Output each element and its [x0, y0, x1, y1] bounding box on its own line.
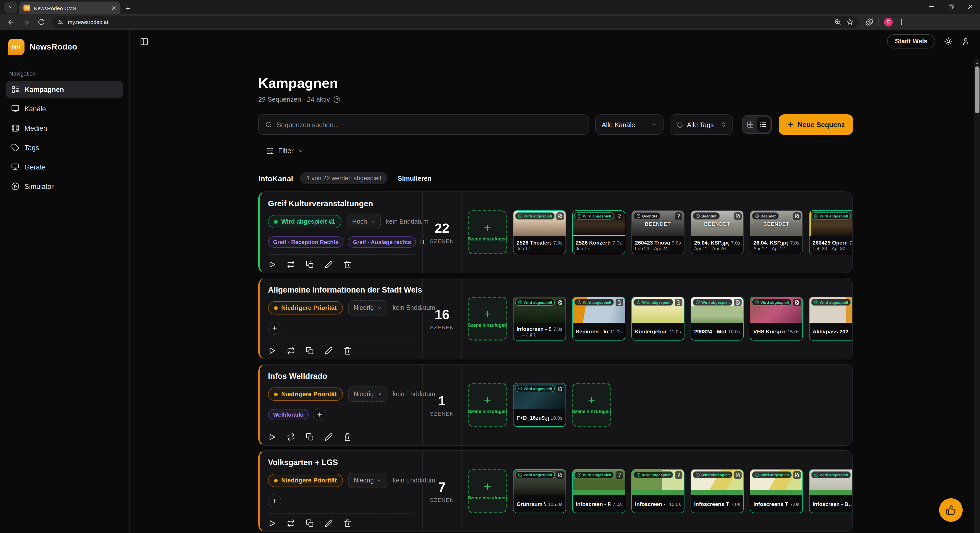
scene-thumbnail[interactable]: Wird abgespieltInfoscreen - B…: [809, 469, 853, 513]
channel-filter-select[interactable]: Alle Kanäle: [595, 115, 663, 135]
scene-thumbnail[interactable]: Wird abgespieltF+D_16zu9.jpg10.0s: [513, 383, 566, 427]
sidebar-item-kampagnen[interactable]: Kampagnen: [6, 81, 123, 98]
simulate-button[interactable]: Simulieren: [398, 174, 431, 182]
duplicate-button[interactable]: [306, 433, 314, 441]
loop-button[interactable]: [287, 519, 295, 527]
minimize-button[interactable]: [922, 0, 941, 13]
search-box[interactable]: [258, 115, 589, 135]
scene-thumbnail[interactable]: Wird abgespieltVHS Kursprogr…15.0s: [750, 297, 803, 340]
play-scene-button[interactable]: [268, 519, 276, 527]
priority-select[interactable]: Hoch: [347, 214, 381, 229]
maximize-button[interactable]: [941, 0, 961, 13]
file-image-icon: [556, 212, 564, 220]
new-sequence-button[interactable]: Neue Sequenz: [779, 115, 853, 135]
add-tag-button[interactable]: [313, 408, 326, 421]
brand[interactable]: NR NewsRodeo: [6, 37, 123, 57]
back-button[interactable]: [4, 16, 18, 28]
campaign-tag[interactable]: Greif - Auslage rechts: [348, 236, 416, 248]
list-view-button[interactable]: [757, 118, 770, 132]
scene-thumbnail[interactable]: Wird abgespieltKindergeburtst…11.0s: [632, 297, 684, 340]
add-tag-button[interactable]: [268, 494, 281, 508]
edit-button[interactable]: [325, 260, 333, 269]
zoom-icon[interactable]: [834, 18, 841, 25]
bookmark-star-icon[interactable]: [846, 18, 853, 25]
help-circle-icon[interactable]: [333, 96, 340, 103]
feedback-fab[interactable]: [939, 498, 963, 522]
scene-thumbnail[interactable]: Wird abgespieltInfoscreens Trep…7.0s: [750, 469, 803, 513]
grid-view-button[interactable]: [744, 118, 757, 132]
scene-thumbnail[interactable]: Wird abgespieltInfoscreen - Sich…7.0s… –…: [513, 297, 566, 340]
scene-status-badge: Wird abgespielt: [515, 212, 555, 220]
scrollbar-up-arrow[interactable]: ▲: [974, 59, 980, 66]
theme-sun-icon[interactable]: [944, 37, 953, 45]
sidebar-toggle-button[interactable]: [140, 37, 148, 46]
clock-icon: [814, 473, 818, 477]
play-scene-button[interactable]: [268, 433, 276, 441]
add-scene-button[interactable]: Szene hinzufügen: [572, 383, 611, 427]
scrollbar-thumb[interactable]: [975, 66, 980, 113]
scene-thumbnail[interactable]: Wird abgespielt290824 - Motor…10.0s: [690, 297, 744, 340]
search-input[interactable]: [277, 121, 582, 129]
new-tab-button[interactable]: [124, 5, 131, 12]
delete-button[interactable]: [344, 347, 352, 355]
priority-select[interactable]: Niedrig: [348, 300, 387, 315]
scene-thumbnail[interactable]: Wird abgespieltSenioren - Infos…11.0s: [572, 297, 625, 340]
scene-thumbnail[interactable]: Wird abgespielt2526 Konzertspi…7.0sJun 1…: [572, 210, 625, 254]
reload-button[interactable]: [35, 16, 48, 28]
tag-filter-select[interactable]: Alle Tags: [670, 115, 733, 135]
scene-thumbnail[interactable]: Wird abgespielt2526 Theaterspi…7.0sJun 1…: [513, 210, 566, 254]
menu-kebab-icon[interactable]: [898, 18, 905, 25]
edit-button[interactable]: [325, 519, 333, 527]
loop-button[interactable]: [287, 260, 295, 269]
scene-thumbnail[interactable]: Wird abgespieltInfoscreens Trep…7.0s: [690, 469, 744, 513]
sidebar-item-geraete[interactable]: Geräte: [6, 158, 123, 176]
edit-button[interactable]: [325, 433, 333, 441]
sidebar-item-kanaele[interactable]: Kanäle: [6, 100, 123, 118]
duplicate-button[interactable]: [306, 260, 314, 269]
scene-thumbnail[interactable]: Wird abgespieltAktivpass 202…: [809, 297, 853, 340]
sidebar-item-simulator[interactable]: Simulator: [6, 178, 123, 195]
scene-thumbnail[interactable]: Wird abgespieltInfoscreen - QR…15.0s: [632, 469, 684, 513]
scene-thumbnail[interactable]: Wird abgespielt260429 Opern…7.0sFeb 28 –…: [809, 210, 853, 254]
loop-button[interactable]: [287, 433, 295, 441]
add-scene-button[interactable]: Szene hinzufügen: [468, 469, 507, 513]
scene-thumbnail[interactable]: BEENDETBeendet25.04. KSP.jpg7.0sApr 11 –…: [690, 210, 744, 254]
add-scene-button[interactable]: Szene hinzufügen: [468, 383, 507, 427]
play-scene-button[interactable]: [268, 260, 276, 269]
tab-close-icon[interactable]: [111, 5, 116, 11]
site-settings-icon[interactable]: [57, 19, 64, 25]
scene-thumbnail[interactable]: BEENDETBeendet260423 TriovanB…7.0sFeb 23…: [632, 210, 684, 254]
delete-button[interactable]: [344, 433, 352, 441]
org-button[interactable]: Stadt Wels: [887, 34, 935, 48]
extensions-icon[interactable]: [865, 18, 873, 26]
add-scene-button[interactable]: Szene hinzufügen: [468, 297, 507, 340]
scene-thumbnail[interactable]: BEENDETBeendet26.04. KSP.jpg7.0sApr 12 –…: [750, 210, 803, 254]
priority-select[interactable]: Niedrig: [348, 387, 387, 402]
delete-button[interactable]: [344, 260, 352, 269]
profile-avatar[interactable]: G: [884, 18, 893, 26]
campaign-tag[interactable]: Greif - Reception Rechts: [268, 236, 344, 248]
add-scene-button[interactable]: Szene hinzufügen: [468, 210, 507, 254]
tab-search-button[interactable]: [4, 2, 18, 13]
forward-button[interactable]: [19, 16, 33, 28]
edit-button[interactable]: [325, 347, 333, 355]
close-button[interactable]: [961, 0, 980, 13]
add-tag-button[interactable]: [268, 321, 281, 335]
priority-select[interactable]: Niedrig: [348, 473, 387, 488]
sidebar-item-medien[interactable]: Medien: [6, 119, 123, 137]
duplicate-button[interactable]: [306, 347, 314, 355]
scene-thumbnail[interactable]: Wird abgespieltInfoscreen - Ren…7.0s: [572, 469, 625, 513]
sidebar-item-tags[interactable]: Tags: [6, 139, 123, 156]
user-icon[interactable]: [962, 37, 970, 45]
browser-tab[interactable]: NR NewsRodeo CMS: [19, 2, 121, 14]
scene-thumbnail[interactable]: Wird abgespieltGrünraum Vid…105.0s: [513, 469, 566, 513]
campaign-tag[interactable]: Welldorado: [268, 409, 309, 420]
scene-title: Grünraum Vid…: [517, 501, 546, 507]
address-bar[interactable]: my.newsrodeo.at: [52, 16, 859, 28]
play-scene-button[interactable]: [268, 347, 276, 355]
loop-button[interactable]: [287, 347, 295, 355]
file-image-icon: [734, 299, 741, 306]
filter-button[interactable]: Filter: [258, 147, 853, 155]
delete-button[interactable]: [344, 519, 352, 527]
duplicate-button[interactable]: [306, 519, 314, 527]
